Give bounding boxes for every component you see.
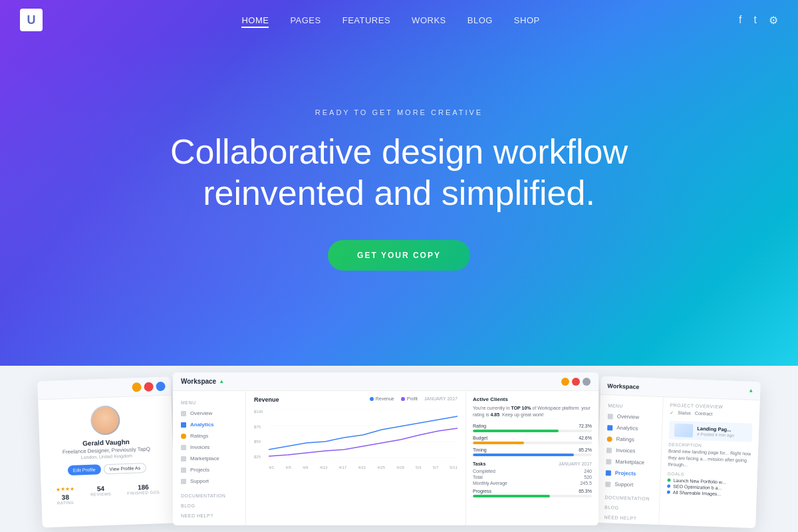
- hero-section: READY TO GET MORE CREATIVE Collaborative…: [0, 0, 798, 379]
- sidebar-projects[interactable]: Projects: [173, 464, 245, 475]
- menu-label: MENU: [173, 398, 245, 408]
- workspace2-title: Workspace: [607, 382, 639, 390]
- stat-rating: ★★★★ 38 RATING: [56, 486, 75, 505]
- metric-rating: Rating 72.3%: [473, 424, 592, 432]
- metric-timing: Timing 85.2%: [473, 448, 592, 456]
- dot-red: [144, 382, 153, 391]
- project-info: Landing Pag... # Posted 4 min ago: [697, 426, 735, 438]
- project-sub: # Posted 4 min ago: [697, 432, 734, 438]
- goal-1-dot: [667, 479, 670, 482]
- card2-header: Workspace ▲: [173, 372, 598, 391]
- analytics-sidebar: MENU Overview Analytics Ratings Invoices: [173, 391, 246, 525]
- task-monthly-avg: Monthly Average 245.5: [473, 481, 592, 485]
- dot2-red: [572, 378, 580, 386]
- nav-item-works[interactable]: WORKS: [412, 14, 446, 26]
- profile-card: Gerald Vaughn Freelance Designer, Previo…: [37, 377, 176, 528]
- dot2-blue: [583, 378, 591, 386]
- legend-revenue-dot: [370, 397, 374, 401]
- nav-item-home[interactable]: HOME: [241, 14, 269, 26]
- metric-timing-fill: [473, 454, 574, 456]
- metric-timing-label: Timing 85.2%: [473, 448, 592, 452]
- dot-blue: [156, 381, 165, 390]
- progress-row: Progress 65.3%: [473, 489, 592, 497]
- desc-text: Brand new landing page for... Right now …: [668, 448, 751, 470]
- invoices-icon: [181, 445, 186, 450]
- status-check: ✓: [670, 410, 674, 416]
- hero-content: READY TO GET MORE CREATIVE Collaborative…: [140, 108, 658, 271]
- sidebar-overview[interactable]: Overview: [173, 408, 245, 419]
- nav-social: f t ⚙: [739, 14, 778, 27]
- facebook-icon[interactable]: f: [739, 14, 741, 26]
- project-overview-main: Project Overview ✓ Status Contract Landi…: [659, 397, 760, 528]
- star-rating: ★★★★: [56, 486, 74, 493]
- dot-orange: [132, 382, 141, 392]
- overview-icon: [181, 411, 186, 416]
- metric-rating-label: Rating 72.3%: [473, 424, 592, 428]
- logo[interactable]: U: [20, 9, 43, 31]
- settings-icon[interactable]: ⚙: [769, 14, 778, 27]
- card3-support[interactable]: Support: [597, 478, 660, 491]
- metric-budget-fill: [473, 442, 524, 444]
- sidebar-marketplace[interactable]: Marketplace: [173, 453, 245, 464]
- legend-revenue: Revenue: [370, 396, 394, 401]
- workspace2-arrow: ▲: [748, 388, 753, 394]
- chart-inner: [269, 410, 458, 459]
- nav-item-pages[interactable]: PAGES: [290, 14, 321, 26]
- chart-panel: Revenue Revenue Profit JANUARY 2017: [246, 391, 466, 525]
- nav-links: HOME PAGES FEATURES WORKS BLOG SHOP: [241, 14, 539, 26]
- card2-body: MENU Overview Analytics Ratings Invoices: [173, 391, 598, 525]
- project-overview-card: Workspace ▲ MENU Overview Analytics Rati…: [596, 376, 761, 528]
- avatar: [90, 405, 121, 436]
- metric-budget-bar: [473, 442, 592, 444]
- metric-timing-bar: [473, 454, 592, 456]
- profile-stats: ★★★★ 38 RATING 54 REVIEWS 186 FINISHED G…: [41, 477, 174, 505]
- avatar-face: [92, 406, 119, 434]
- card3-sidebar: MENU Overview Analytics Ratings Invoices: [596, 395, 664, 525]
- project-overview-title: Project Overview: [670, 403, 753, 410]
- edit-profile-button[interactable]: Edit Profile: [67, 464, 100, 475]
- blog-label: BLOG: [173, 501, 245, 511]
- c3-overview-icon: [608, 414, 613, 419]
- c3-need-help: NEED HELP?: [596, 512, 658, 524]
- metric-budget: Budget 42.6%: [473, 436, 592, 444]
- sidebar-analytics[interactable]: Analytics: [173, 419, 245, 430]
- analytics-card: Workspace ▲ MENU Overview Analytics: [173, 372, 598, 525]
- twitter-icon[interactable]: t: [754, 14, 757, 26]
- goal-2-dot: [667, 485, 670, 488]
- dashboard-preview-area: Gerald Vaughn Freelance Designer, Previo…: [0, 366, 798, 532]
- sidebar-ratings[interactable]: Ratings: [173, 430, 245, 442]
- need-help-label: NEED HELP?: [173, 511, 245, 521]
- progress-bar: [473, 495, 592, 497]
- get-copy-button[interactable]: GET YOUR COPY: [328, 240, 470, 271]
- sidebar-invoices[interactable]: Invoices: [173, 442, 245, 453]
- date-label: JANUARY 2017: [424, 396, 458, 401]
- chart-legend: Revenue Profit JANUARY 2017: [370, 396, 458, 401]
- metric-rating-bar: [473, 430, 592, 432]
- metric-budget-label: Budget 42.6%: [473, 436, 592, 440]
- nav-item-blog[interactable]: BLOG: [467, 14, 493, 26]
- card3-body: MENU Overview Analytics Ratings Invoices: [596, 395, 760, 528]
- stat-reviews: 54 REVIEWS: [90, 485, 112, 504]
- avatar-area: Gerald Vaughn Freelance Designer, Previo…: [38, 396, 174, 482]
- support-icon: [181, 479, 186, 484]
- c3-invoices-icon: [606, 448, 612, 453]
- projects-icon: [181, 467, 186, 473]
- sidebar-support[interactable]: Support: [173, 475, 245, 487]
- progress-fill: [473, 495, 550, 497]
- workspace-title: Workspace ▲: [181, 378, 224, 385]
- nav-item-features[interactable]: FEATURES: [342, 14, 390, 26]
- navbar: U HOME PAGES FEATURES WORKS BLOG SHOP f …: [0, 0, 798, 40]
- dot2-orange: [561, 378, 569, 386]
- nav-item-shop[interactable]: SHOP: [514, 14, 540, 26]
- y-axis-labels: $100 $75 $50 $25: [254, 410, 267, 459]
- tasks-section: Tasks JANUARY 2017 Completed 240 Total 5…: [473, 462, 592, 497]
- analytics-icon: [181, 422, 186, 428]
- profile-location: London, United Kingdom: [81, 454, 132, 460]
- c3-marketplace-icon: [606, 459, 611, 464]
- project-item[interactable]: Landing Pag... # Posted 4 min ago: [669, 421, 753, 442]
- active-clients-desc: You're currently in TOP 10% of Workspace…: [473, 405, 592, 418]
- c3-support-icon: [605, 481, 610, 487]
- view-profile-button[interactable]: View Profile As: [103, 463, 146, 474]
- progress-label: Progress 65.3%: [473, 489, 592, 493]
- task-completed: Completed 240: [473, 469, 592, 473]
